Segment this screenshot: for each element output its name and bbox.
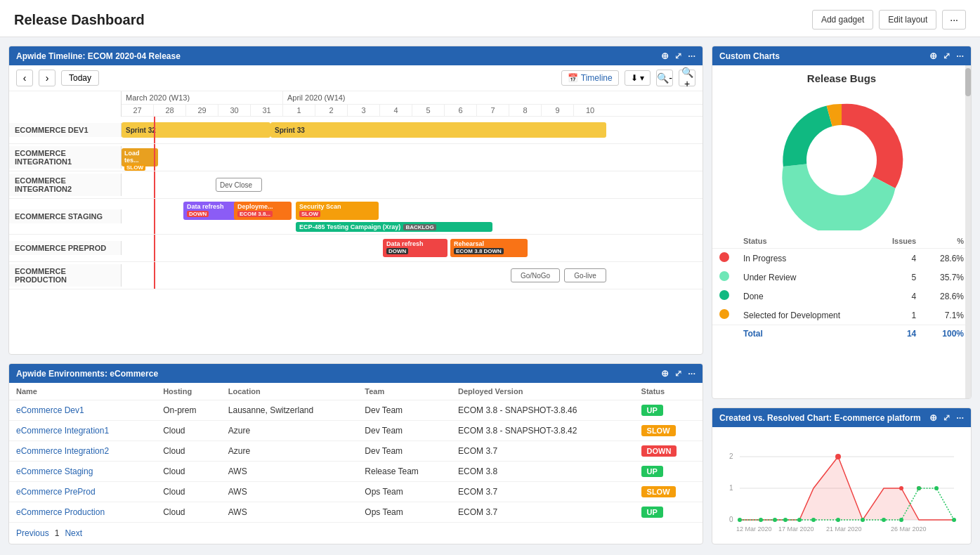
more-icon[interactable]: ···: [956, 51, 964, 61]
more-icon[interactable]: ···: [688, 368, 695, 379]
add-gadget-button[interactable]: Add gadget: [812, 10, 873, 30]
legend-color-cell: [712, 268, 736, 287]
status-badge: SLOW: [641, 425, 676, 436]
legend-pct: 28.6%: [923, 287, 971, 306]
edit-layout-button[interactable]: Edit layout: [879, 10, 936, 30]
table-row: eCommerce Dev1 On-prem Lausanne, Switzer…: [9, 400, 703, 421]
table-row: eCommerce PreProd Cloud AWS Ops Team ECO…: [9, 482, 703, 502]
data-refresh2-bar[interactable]: Data refresh DOWN: [383, 239, 447, 257]
legend-row: Selected for Development 1 7.1%: [712, 306, 971, 325]
move-icon[interactable]: ⊕: [661, 368, 669, 379]
charts-gadget-icons: ⊕ ⤢ ···: [929, 51, 964, 61]
zoom-in-button[interactable]: 🔍+: [679, 70, 695, 86]
dev-close-bar[interactable]: Dev Close: [216, 178, 262, 192]
gantt-row-staging: ECOMMERCE STAGING Data refresh DOWN Depl…: [9, 199, 703, 235]
resolved-dot: [952, 518, 956, 522]
today-line: [154, 235, 155, 261]
next-page-button[interactable]: Next: [65, 528, 82, 538]
env-name[interactable]: eCommerce Integration1: [9, 421, 156, 441]
gadget-header-icons: ⊕ ⤢ ···: [661, 51, 695, 61]
legend-dot: [719, 252, 729, 262]
env-status: UP: [634, 462, 703, 482]
security-scan-bar[interactable]: Security Scan SLOW: [296, 202, 379, 220]
expand-icon[interactable]: ⤢: [674, 368, 682, 379]
created-dot-2: [899, 486, 903, 490]
y-label-2: 2: [729, 452, 733, 460]
custom-charts-gadget: Custom Charts ⊕ ⤢ ··· Release Bugs: [712, 46, 972, 399]
sprint-33-bar[interactable]: Sprint 33: [270, 122, 606, 138]
env-version: ECOM 3.8 - SNAPSHOT-3.8.42: [451, 421, 634, 441]
env-name-link[interactable]: eCommerce Staging: [16, 466, 93, 476]
env-hosting: Cloud: [156, 482, 221, 502]
deployment-bar[interactable]: Deployme... ECOM 3.8...: [234, 202, 292, 220]
custom-charts-header: Custom Charts ⊕ ⤢ ···: [712, 46, 971, 65]
env-name-link[interactable]: eCommerce Integration2: [16, 446, 109, 456]
col-color: [712, 234, 736, 249]
bar-text: Deployme...: [237, 203, 273, 210]
legend-color-cell: [712, 306, 736, 325]
timeline-gadget: Apwide Timeline: ECOM 2020-04 Release ⊕ …: [8, 46, 703, 355]
day-label: 9: [542, 105, 574, 116]
rehearsal-bar[interactable]: Rehearsal ECOM 3.8 DOWN: [450, 239, 528, 257]
scrollbar-thumb[interactable]: [965, 68, 971, 96]
resolved-dot: [797, 518, 802, 522]
today-line: [154, 171, 155, 198]
env-team: Release Team: [358, 462, 451, 482]
day-label: 10: [574, 105, 606, 116]
timeline-gadget-header: Apwide Timeline: ECOM 2020-04 Release ⊕ …: [9, 46, 703, 65]
gantt-row-label: ECOMMERCE PRODUCTION: [9, 264, 122, 287]
more-icon[interactable]: ···: [956, 412, 964, 423]
ecom-down-badge: ECOM 3.8 DOWN: [454, 248, 504, 254]
env-hosting: Cloud: [156, 462, 221, 482]
gantt-row-label: ECOMMERCE PREPROD: [9, 241, 122, 255]
gantt-row-preprod: ECOMMERCE PREPROD Data refresh DOWN Rehe…: [9, 235, 703, 262]
legend-pct: 7.1%: [923, 306, 971, 325]
legend-pct: 35.7%: [923, 268, 971, 287]
move-icon[interactable]: ⊕: [929, 412, 937, 423]
env-name[interactable]: eCommerce Dev1: [9, 400, 156, 421]
load-test-bar[interactable]: Load tes... SLOW: [122, 148, 158, 166]
expand-icon[interactable]: ⤢: [943, 412, 950, 423]
env-name[interactable]: eCommerce Staging: [9, 462, 156, 482]
expand-icon[interactable]: ⤢: [674, 51, 682, 61]
move-icon[interactable]: ⊕: [929, 51, 937, 61]
env-name-link[interactable]: eCommerce PreProd: [16, 487, 96, 497]
legend-pct: 28.6%: [923, 249, 971, 268]
today-button[interactable]: Today: [61, 70, 99, 86]
env-status: SLOW: [634, 421, 703, 441]
gonogo-bar[interactable]: Go/NoGo: [511, 268, 560, 282]
download-button[interactable]: ⬇ ▾: [625, 70, 651, 86]
env-name[interactable]: eCommerce Production: [9, 502, 156, 523]
sprint-32-bar[interactable]: Sprint 32: [122, 122, 270, 138]
bar-text: Rehearsal: [454, 240, 484, 247]
env-location: Lausanne, Switzerland: [221, 400, 358, 421]
scrollbar[interactable]: [965, 65, 971, 398]
resolved-dot: [899, 518, 903, 522]
env-location: Azure: [221, 441, 358, 462]
golive-bar[interactable]: Go-live: [564, 268, 606, 282]
env-name[interactable]: eCommerce Integration2: [9, 441, 156, 462]
legend-label: Under Review: [736, 268, 875, 287]
x-label-21: 21 Mar 2020: [826, 525, 862, 533]
env-hosting: Cloud: [156, 421, 221, 441]
more-icon[interactable]: ···: [688, 51, 695, 61]
prev-nav-button[interactable]: ‹: [16, 70, 33, 86]
resolved-dot: [882, 518, 886, 522]
timeline-icon: 📅: [568, 73, 578, 83]
move-icon[interactable]: ⊕: [661, 51, 669, 61]
ecp-bar[interactable]: ECP-485 Testing Campaign (Xray) BACKLOG: [296, 222, 492, 232]
env-name-link[interactable]: eCommerce Integration1: [16, 426, 109, 436]
timeline-view-button[interactable]: 📅 Timeline: [561, 70, 619, 86]
env-name-link[interactable]: eCommerce Production: [16, 507, 105, 517]
prev-page-button[interactable]: Previous: [16, 528, 49, 538]
zoom-out-button[interactable]: 🔍-: [656, 70, 673, 86]
next-nav-button[interactable]: ›: [39, 70, 55, 86]
gantt-row-label: ECOMMERCE STAGING: [9, 209, 122, 223]
expand-icon[interactable]: ⤢: [943, 51, 950, 61]
resolved-dot: [836, 518, 840, 522]
col-pct-label: %: [923, 234, 971, 249]
legend-issues: 1: [875, 306, 923, 325]
env-name-link[interactable]: eCommerce Dev1: [16, 405, 84, 415]
more-options-button[interactable]: ···: [942, 10, 966, 30]
env-name[interactable]: eCommerce PreProd: [9, 482, 156, 502]
